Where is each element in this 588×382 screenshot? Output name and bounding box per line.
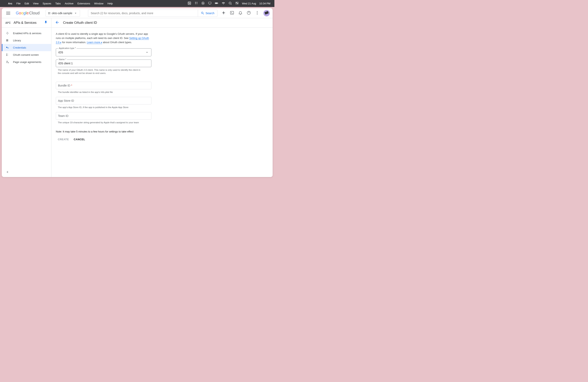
svg-point-19 [257, 14, 258, 14]
team-id-input[interactable] [56, 112, 151, 119]
display-icon[interactable] [208, 1, 211, 6]
sidebar-item-enabled-apis[interactable]: Enabled APIs & services [2, 30, 51, 37]
help-icon[interactable] [247, 11, 251, 16]
sidebar-item-label: Enabled APIs & services [13, 32, 42, 35]
svg-point-2 [197, 2, 197, 2]
team-id-label: Team ID [58, 114, 68, 117]
project-name: okto-sdk-sample [52, 12, 72, 15]
more-options-icon[interactable] [255, 11, 259, 16]
svg-rect-12 [237, 2, 238, 3]
sidebar-item-page-usage[interactable]: Page usage agreements [2, 58, 51, 66]
sidebar-item-library[interactable]: Library [2, 37, 51, 44]
team-id-field-wrapper: Team ID The unique 10-character string g… [56, 112, 151, 124]
page-title: Create OAuth client ID [63, 21, 97, 25]
svg-rect-4 [197, 2, 197, 4]
menu-extensions[interactable]: Extensions [77, 2, 90, 5]
sidebar-item-credentials[interactable]: Credentials [2, 44, 51, 51]
menu-spaces[interactable]: Spaces [42, 2, 51, 5]
svg-rect-14 [237, 3, 238, 4]
create-button[interactable]: CREATE [58, 138, 69, 141]
search-icon [201, 11, 204, 15]
app-store-id-field-wrapper: App Store ID The app's App Store ID, if … [56, 97, 151, 109]
dropdown-arrow-icon [145, 51, 149, 54]
google-cloud-logo[interactable]: Google Cloud [16, 11, 40, 15]
project-selector-dropdown[interactable]: okto-sdk-sample [46, 10, 80, 17]
app-type-label: Application type * [58, 47, 77, 49]
menu-help[interactable]: Help [107, 2, 113, 5]
svg-rect-24 [6, 55, 7, 56]
control-center-icon[interactable] [235, 1, 239, 6]
menu-window[interactable]: Window [94, 2, 104, 5]
app-store-id-label: App Store ID [58, 99, 74, 102]
arrow-left-icon [55, 20, 59, 25]
svg-rect-22 [8, 39, 8, 41]
external-link-icon: ⬈ [101, 41, 102, 43]
battery-icon[interactable] [215, 1, 218, 6]
gemini-icon[interactable] [221, 11, 226, 16]
external-link-icon: ⬈ [60, 41, 62, 43]
bundle-id-label: Bundle ID * [58, 84, 72, 87]
main-content: Create OAuth client ID A client ID is us… [51, 18, 273, 177]
notifications-icon[interactable] [238, 11, 243, 16]
cloud-shell-icon[interactable] [230, 11, 234, 16]
menu-edit[interactable]: Edit [25, 2, 29, 5]
menubar-time[interactable]: 10:34 PM [259, 2, 270, 5]
page-header: Create OAuth client ID [51, 18, 273, 28]
agreement-icon [5, 60, 9, 63]
svg-rect-21 [7, 39, 7, 41]
menu-file[interactable]: File [16, 2, 21, 5]
svg-point-17 [257, 11, 258, 12]
name-label: Name * [58, 58, 67, 60]
application-type-select[interactable]: iOS [56, 49, 151, 56]
wifi-icon[interactable] [222, 1, 225, 6]
menubar-date[interactable]: Wed 21 Aug [242, 2, 256, 5]
user-avatar[interactable] [263, 10, 270, 16]
search-icon[interactable] [228, 1, 232, 6]
key-icon [5, 46, 9, 49]
app-type-value: iOS [58, 51, 63, 54]
app-store-id-helper-text: The app's App Store ID, if the app is pu… [56, 106, 144, 109]
search-button[interactable]: Search [198, 10, 217, 17]
notion-icon[interactable] [188, 1, 191, 6]
application-type-field: Application type * iOS [56, 48, 151, 56]
sidebar-item-label: Credentials [13, 46, 26, 49]
menu-view[interactable]: View [33, 2, 39, 5]
chevron-down-icon [74, 11, 77, 15]
bundle-id-helper-text: The bundle identifier as listed in the a… [56, 91, 144, 94]
sidebar-header: API APIs & Services [2, 18, 51, 28]
back-button[interactable] [55, 20, 59, 25]
svg-point-1 [195, 2, 196, 2]
menu-archive[interactable]: Archive [65, 2, 73, 5]
consent-icon [5, 53, 9, 56]
svg-rect-20 [6, 39, 7, 41]
learn-more-link[interactable]: Learn more⬈ [87, 41, 102, 44]
chevron-left-collapse-icon [5, 170, 9, 174]
name-helper-text: The name of your OAuth 2.0 client. This … [56, 68, 144, 75]
play-circle-icon[interactable] [201, 1, 205, 6]
cancel-button[interactable]: CANCEL [74, 138, 85, 141]
gcp-header: Google Cloud okto-sdk-sample Search [2, 8, 273, 18]
svg-rect-3 [195, 2, 196, 4]
svg-rect-8 [215, 3, 217, 4]
sidebar-nav: Enabled APIs & services Library Credenti… [2, 28, 51, 168]
cloud-wordmark: Cloud [29, 11, 40, 15]
name-input[interactable] [56, 60, 151, 67]
apis-icon [5, 32, 9, 35]
svg-point-18 [257, 12, 258, 13]
sidebar-collapse-button[interactable] [2, 168, 51, 177]
sliders-icon[interactable] [194, 1, 198, 6]
svg-point-10 [229, 2, 231, 4]
sidebar: API APIs & Services Enabled APIs & servi… [2, 18, 51, 177]
search-input[interactable] [88, 10, 198, 17]
current-app-name[interactable]: Arc [8, 2, 12, 5]
library-icon [5, 39, 9, 42]
navigation-menu-button[interactable] [5, 10, 12, 16]
svg-point-25 [8, 62, 9, 63]
team-id-helper-text: The unique 10-character string generated… [56, 121, 144, 124]
sidebar-item-oauth-consent[interactable]: OAuth consent screen [2, 51, 51, 58]
browser-window: Google Cloud okto-sdk-sample Search [2, 8, 273, 177]
sidebar-item-label: OAuth consent screen [13, 53, 39, 56]
pin-icon[interactable] [44, 20, 48, 25]
menu-tabs[interactable]: Tabs [55, 2, 61, 5]
bundle-id-field-wrapper: Bundle ID * The bundle identifier as lis… [56, 82, 151, 94]
